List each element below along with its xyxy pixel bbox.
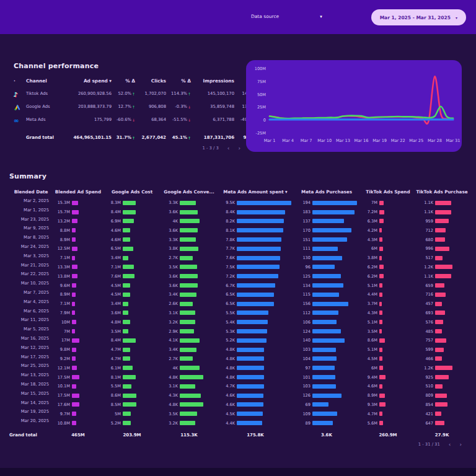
metric-value: 4.4M	[360, 292, 377, 297]
row-date: Mar 14, 2025	[9, 400, 53, 410]
column-header[interactable]: TikTok Ads Purchase	[416, 187, 468, 198]
metric-value: 3.8K	[161, 246, 178, 251]
metric-value: 4.3M	[360, 311, 377, 315]
next-page-icon[interactable]: ›	[459, 441, 462, 447]
metric-value: 3.1K	[161, 311, 178, 315]
metric-cell: 97	[293, 363, 360, 372]
column-header[interactable]: Google Ads Cost	[104, 187, 161, 198]
metric-cell: 3.6K	[161, 271, 218, 281]
prev-page-icon[interactable]: ‹	[449, 441, 451, 447]
metric-cell: 112	[293, 309, 360, 318]
metric-cell: 1.2K	[416, 363, 468, 372]
metric-cell: 517	[416, 253, 468, 263]
metric-cell: 17M	[53, 336, 104, 345]
column-header[interactable]: Clicks	[135, 76, 166, 87]
metric-cell: 194	[293, 198, 360, 208]
metric-cell: 8.9M	[53, 290, 104, 299]
metric-cell: 6.5K	[218, 290, 293, 299]
bar	[312, 302, 348, 306]
metric-value: 1.1K	[416, 200, 433, 205]
metric-cell: 4.8K	[161, 400, 218, 410]
metric-value: 12.5M	[53, 246, 70, 251]
y-axis-tick: 50M	[257, 92, 266, 97]
column-header[interactable]: % Δ	[112, 76, 135, 87]
bar	[237, 293, 274, 297]
clicks-delta: -0.3%↓	[166, 100, 191, 113]
row-date: Mar 9, 2025	[9, 226, 53, 235]
metric-cell: 925	[416, 372, 468, 382]
metric-cell: 137	[293, 217, 360, 226]
bar	[180, 338, 200, 343]
metric-value: 96	[293, 265, 311, 270]
bar	[237, 366, 264, 370]
metric-cell: 9.8M	[53, 345, 104, 355]
column-header[interactable]: ·	[14, 76, 26, 87]
bar	[72, 201, 78, 205]
row-date: Mar 20, 2025	[9, 418, 53, 428]
column-header[interactable]: Meta Ads Purchases	[293, 187, 360, 198]
column-header[interactable]: % Δ	[166, 76, 191, 87]
metric-value: 4.8K	[218, 347, 235, 352]
bar	[312, 412, 337, 416]
bar	[123, 412, 131, 416]
metric-cell: 5.2K	[218, 336, 293, 345]
prev-page-icon[interactable]: ‹	[227, 145, 230, 151]
grand-total-value: 3.6K	[293, 428, 360, 438]
bar	[237, 329, 267, 333]
metric-cell: 809	[416, 391, 468, 400]
metric-value: 4.3M	[360, 237, 377, 242]
column-header[interactable]: Google Ads Conve...	[161, 187, 218, 198]
metric-cell: 3.5K	[161, 263, 218, 272]
column-header[interactable]: Ad spend ▾	[61, 76, 112, 87]
next-page-icon[interactable]: ›	[238, 145, 240, 151]
metric-cell: 4.5M	[104, 281, 161, 290]
bar	[72, 375, 79, 379]
metric-cell: 103	[293, 345, 360, 355]
bar	[379, 283, 382, 288]
metric-value: 156	[293, 301, 311, 306]
metric-cell: 3.6K	[161, 226, 218, 235]
metric-cell: 124	[293, 327, 360, 336]
column-header[interactable]: TikTok Ads Spend	[360, 187, 416, 198]
metric-value: 7.2K	[218, 274, 235, 279]
column-header[interactable]: Meta Ads Amount spent ▾	[218, 187, 293, 198]
column-header[interactable]: Blended Date	[9, 187, 53, 198]
metric-cell: 693	[416, 309, 468, 318]
metric-cell: 1.1K	[416, 208, 468, 217]
data-source-dropdown[interactable]: Data source ▾	[251, 14, 322, 19]
metric-value: 183	[293, 209, 311, 214]
metric-cell: 3.6K	[161, 281, 218, 290]
metric-value: 1.2K	[416, 366, 433, 371]
metric-value: 4.8K	[161, 402, 178, 407]
metric-cell: 8.4M	[104, 336, 161, 345]
date-range-picker[interactable]: Mar 1, 2025 - Mar 31, 2025 ▾	[371, 9, 466, 25]
channel-performance-title: Channel performance	[14, 62, 240, 70]
bar	[435, 293, 446, 297]
metric-cell: 1.1K	[416, 271, 468, 281]
metric-value: 5.5K	[218, 311, 235, 315]
bar	[312, 228, 351, 232]
metric-cell: 9.7M	[53, 409, 104, 418]
metric-cell: 4.2M	[360, 226, 416, 235]
metric-value: 13.8M	[53, 274, 70, 279]
metric-value: 6.9M	[104, 219, 121, 224]
metric-value: 4.7M	[104, 347, 121, 352]
column-header[interactable]: Blended Ad Spend	[53, 187, 104, 198]
ad-spend-value: 260,900,928.56	[61, 87, 112, 100]
column-header[interactable]: Impressions	[191, 76, 234, 87]
bar	[180, 366, 200, 370]
bar	[72, 283, 76, 288]
grand-total-value: 27.9K	[416, 428, 468, 438]
metric-value: 2.7K	[161, 255, 178, 260]
metric-cell: 8.9M	[53, 235, 104, 244]
bar	[312, 402, 328, 407]
row-date: Mar 12, 2025	[9, 345, 53, 355]
metric-cell: 103	[293, 382, 360, 391]
metric-value: 7.5K	[218, 265, 235, 270]
metric-value: 17.5M	[53, 393, 70, 398]
metric-value: 3.4M	[104, 255, 121, 260]
column-header[interactable]: Channel	[26, 76, 61, 87]
clicks-value: 906,808	[135, 100, 166, 113]
metric-cell: 8.1M	[104, 372, 161, 382]
metric-value: 517	[416, 255, 433, 260]
